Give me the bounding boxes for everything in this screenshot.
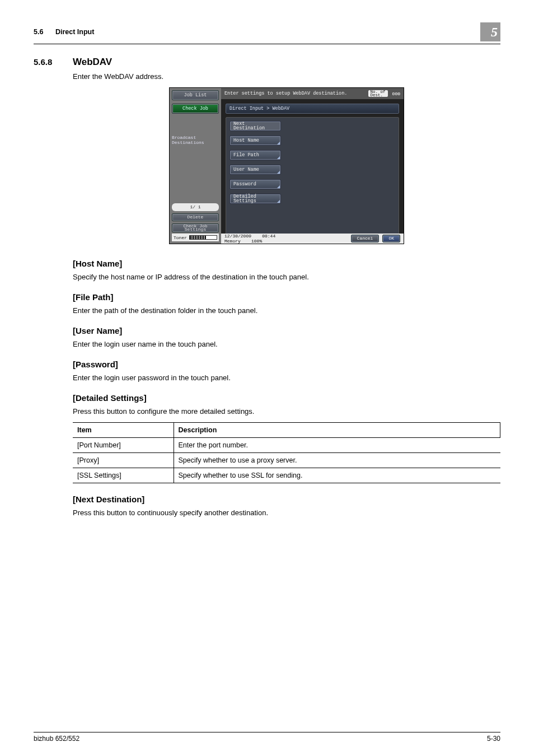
table-header-desc: Description <box>174 423 500 438</box>
job-list-button[interactable]: Job List <box>172 90 219 100</box>
file-path-text: Enter the path of the destination folder… <box>73 306 500 315</box>
table-row: [Port Number] Enter the port number. <box>73 438 500 453</box>
chapter-number-box: 5 <box>480 22 500 41</box>
panel-instruction: Enter settings to setup WebDAV destinati… <box>224 91 347 96</box>
table-cell-item: [Port Number] <box>73 438 174 453</box>
host-name-heading: [Host Name] <box>73 259 500 268</box>
check-job-settings-button[interactable]: Check Job Settings <box>172 223 219 232</box>
toner-bar <box>189 235 217 240</box>
cancel-button[interactable]: Cancel <box>351 235 380 242</box>
touch-panel-screenshot: Job List Check Job Broadcast Destination… <box>169 87 404 244</box>
password-button[interactable]: Password <box>229 179 281 189</box>
table-cell-desc: Enter the port number. <box>174 438 500 453</box>
panel-top-bar: Enter settings to setup WebDAV destinati… <box>221 88 404 99</box>
check-job-button[interactable]: Check Job <box>172 104 219 114</box>
user-name-button[interactable]: User Name <box>229 165 281 175</box>
table-cell-item: [Proxy] <box>73 453 174 468</box>
section-title: WebDAV <box>73 57 112 68</box>
table-row: [Proxy] Specify whether to use a proxy s… <box>73 453 500 468</box>
section-number: 5.6.8 <box>34 57 73 67</box>
delete-button[interactable]: Delete <box>172 213 219 221</box>
breadcrumb: Direct Input > WebDAV <box>226 104 399 114</box>
user-name-label: User Name <box>233 167 259 172</box>
panel-time: 00:44 <box>262 234 275 239</box>
file-path-heading: [File Path] <box>73 292 500 302</box>
page-header: 5.6 Direct Input 5 <box>34 22 500 44</box>
header-section-number: 5.6 <box>34 28 43 36</box>
file-path-label: File Path <box>233 152 259 158</box>
detailed-settings-text: Press this button to configure the more … <box>73 407 500 416</box>
footer-right: 5-30 <box>487 735 500 743</box>
section-intro: Enter the WebDAV address. <box>73 72 500 81</box>
password-text: Enter the login user password in the tou… <box>73 374 500 382</box>
corner-icon <box>277 200 280 203</box>
detailed-settings-label: Detailed Settings <box>233 194 256 204</box>
header-section-title: Direct Input <box>55 28 94 36</box>
detailed-settings-heading: [Detailed Settings] <box>73 393 500 403</box>
next-destination-heading: [Next Destination] <box>73 494 500 504</box>
dest-count-value: 000 <box>392 91 400 96</box>
table-header-item: Item <box>73 423 174 438</box>
section-heading: 5.6.8 WebDAV <box>34 57 500 68</box>
ok-button[interactable]: OK <box>382 235 400 242</box>
header-left: 5.6 Direct Input <box>34 28 94 36</box>
page-footer: bizhub 652/552 5-30 <box>34 732 500 743</box>
host-name-text: Specify the host name or IP address of t… <box>73 273 500 281</box>
table-cell-desc: Specify whether to use SSL for sending. <box>174 468 500 483</box>
corner-icon <box>277 171 280 174</box>
host-name-label: Host Name <box>233 138 259 143</box>
table-cell-desc: Specify whether to use a proxy server. <box>174 453 500 468</box>
panel-body: Next Destination Host Name File Path Use… <box>226 117 399 240</box>
corner-icon <box>277 142 280 144</box>
page-indicator: 1/ 1 <box>172 203 219 211</box>
toner-label: Toner <box>174 235 187 240</box>
detailed-settings-table: Item Description [Port Number] Enter the… <box>73 422 500 483</box>
panel-main: Enter settings to setup WebDAV destinati… <box>221 88 404 244</box>
password-heading: [Password] <box>73 360 500 369</box>
corner-icon <box>277 185 280 188</box>
footer-left: bizhub 652/552 <box>34 735 79 743</box>
next-destination-text: Press this button to continuously specif… <box>73 508 500 517</box>
detailed-settings-button[interactable]: Detailed Settings <box>229 194 281 204</box>
panel-bottom-bar: 12/30/2009 00:44 Memory 100% Cancel OK <box>221 234 404 244</box>
memory-value: 100% <box>251 239 262 244</box>
panel-date: 12/30/2009 <box>224 234 251 239</box>
panel-left-sidebar: Job List Check Job Broadcast Destination… <box>170 88 221 244</box>
toner-indicator: Toner <box>172 234 219 241</box>
dest-count-label: No. of Dest. <box>368 90 388 97</box>
datetime-block: 12/30/2009 00:44 Memory 100% <box>224 234 275 244</box>
next-destination-button[interactable]: Next Destination <box>229 121 281 131</box>
password-label: Password <box>233 181 256 187</box>
user-name-text: Enter the login user name in the touch p… <box>73 340 500 348</box>
user-name-heading: [User Name] <box>73 326 500 335</box>
broadcast-destinations-label: Broadcast Destinations <box>170 135 221 145</box>
corner-icon <box>277 156 280 159</box>
memory-label: Memory <box>224 239 241 244</box>
table-cell-item: [SSL Settings] <box>73 468 174 483</box>
table-row: [SSL Settings] Specify whether to use SS… <box>73 468 500 483</box>
file-path-button[interactable]: File Path <box>229 150 281 160</box>
host-name-button[interactable]: Host Name <box>229 136 281 146</box>
